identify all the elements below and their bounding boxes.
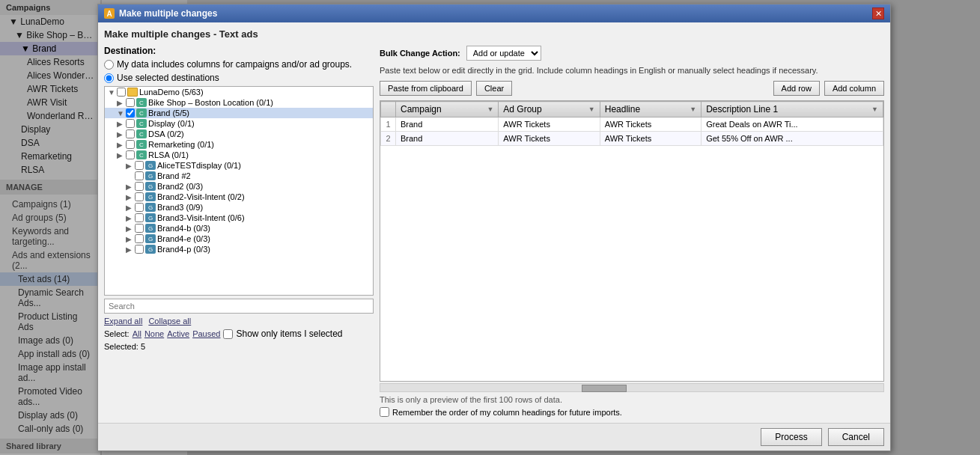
show-only-checkbox[interactable] bbox=[223, 329, 233, 339]
tree-display[interactable]: ▶ C Display (0/1) bbox=[105, 118, 373, 129]
tree-check-rlsa[interactable] bbox=[126, 150, 135, 159]
process-button[interactable]: Process bbox=[761, 428, 821, 446]
tree-adgroup-icon-alicetest: G bbox=[145, 161, 156, 170]
tree-brand4e[interactable]: ▶ G Brand4-e (0/3) bbox=[105, 233, 373, 244]
tree-campaign-icon-rlsa: C bbox=[136, 150, 147, 159]
tree-arrow-brand2-visit: ▶ bbox=[126, 193, 133, 201]
tree-check-brand2-03[interactable] bbox=[135, 182, 144, 191]
tree-rlsa[interactable]: ▶ C RLSA (0/1) bbox=[105, 150, 373, 160]
row-1-desc1[interactable]: Great Deals on AWR Ti... bbox=[701, 117, 883, 132]
tree-brand2[interactable]: G Brand #2 bbox=[105, 171, 373, 181]
tree-check-remarketing[interactable] bbox=[126, 140, 135, 149]
grid-col-adgroup[interactable]: Ad Group ▼ bbox=[499, 102, 600, 117]
add-column-button[interactable]: Add column bbox=[824, 81, 884, 96]
col-header-headline: Headline ▼ bbox=[605, 104, 696, 114]
add-row-button[interactable]: Add row bbox=[773, 81, 820, 96]
tree-arrow-dsa: ▶ bbox=[117, 130, 124, 138]
tree-label-brand: Brand (5/5) bbox=[148, 109, 189, 117]
tree-label-rlsa: RLSA (0/1) bbox=[148, 150, 189, 159]
tree-check-brand2-visit[interactable] bbox=[135, 192, 144, 201]
grid-col-headline[interactable]: Headline ▼ bbox=[600, 102, 701, 117]
dialog-overlay: A Make multiple changes ✕ Make multiple … bbox=[0, 0, 980, 455]
tree-dsa[interactable]: ▶ C DSA (0/2) bbox=[105, 129, 373, 139]
tree-brand3-visit[interactable]: ▶ G Brand3-Visit-Intent (0/6) bbox=[105, 213, 373, 223]
dialog-subtitle: Make multiple changes - Text ads bbox=[104, 28, 884, 40]
radio-row-2: Use selected destinations bbox=[104, 73, 374, 83]
tree-label-brand2hash: Brand #2 bbox=[157, 171, 191, 180]
row-1-adgroup[interactable]: AWR Tickets bbox=[499, 117, 600, 132]
cancel-button[interactable]: Cancel bbox=[828, 428, 884, 446]
tree-check-brand3[interactable] bbox=[135, 203, 144, 212]
clear-button[interactable]: Clear bbox=[476, 81, 512, 96]
tree-check-brand3-visit[interactable] bbox=[135, 213, 144, 222]
tree-brand4b[interactable]: ▶ G Brand4-b (0/3) bbox=[105, 223, 373, 233]
tree-check-brand4p[interactable] bbox=[135, 245, 144, 254]
tree-adgroup-icon-brand4b: G bbox=[145, 224, 156, 233]
collapse-all-button[interactable]: Collapse all bbox=[148, 317, 191, 326]
tree-brand3[interactable]: ▶ G Brand3 (0/9) bbox=[105, 202, 373, 213]
tree-check-brand4e[interactable] bbox=[135, 234, 144, 243]
horizontal-scrollbar[interactable] bbox=[380, 383, 884, 392]
bulk-action-label: Bulk Change Action: bbox=[380, 49, 460, 58]
tree-arrow-brand4b: ▶ bbox=[126, 225, 133, 233]
dialog-title-bar: A Make multiple changes ✕ bbox=[98, 4, 890, 22]
tree-check-lunademo[interactable] bbox=[117, 88, 126, 97]
tree-bikeshop[interactable]: ▶ C Bike Shop – Boston Location (0/1) bbox=[105, 97, 373, 108]
grid-col-campaign[interactable]: Campaign ▼ bbox=[396, 102, 499, 117]
tree-brand2-visit[interactable]: ▶ G Brand2-Visit-Intent (0/2) bbox=[105, 192, 373, 202]
col-dropdown-arrow-adgroup: ▼ bbox=[588, 106, 595, 113]
row-2-desc1[interactable]: Get 55% Off on AWR ... bbox=[701, 132, 883, 146]
tree-check-bikeshop[interactable] bbox=[126, 98, 135, 107]
tree-check-dsa[interactable] bbox=[126, 129, 135, 138]
tree-alicetest[interactable]: ▶ G AliceTESTdisplay (0/1) bbox=[105, 160, 373, 171]
bulk-action-select[interactable]: Add or update bbox=[466, 46, 541, 61]
row-2-headline[interactable]: AWR Tickets bbox=[600, 132, 701, 146]
select-all-link[interactable]: All bbox=[133, 329, 141, 338]
row-2-campaign[interactable]: Brand bbox=[396, 132, 499, 146]
scrollbar-thumb[interactable] bbox=[582, 385, 627, 392]
row-1-headline[interactable]: AWR Tickets bbox=[600, 117, 701, 132]
select-none-link[interactable]: None bbox=[144, 329, 164, 338]
tree-brand4p[interactable]: ▶ G Brand4-p (0/3) bbox=[105, 244, 373, 254]
dialog-close-button[interactable]: ✕ bbox=[872, 7, 884, 19]
tree-adgroup-icon-brand3visit: G bbox=[145, 213, 156, 222]
tree-check-brand[interactable] bbox=[126, 109, 135, 117]
row-2-adgroup[interactable]: AWR Tickets bbox=[499, 132, 600, 146]
show-only-label: Show only items I selected bbox=[236, 329, 342, 339]
tree-remarketing[interactable]: ▶ C Remarketing (0/1) bbox=[105, 139, 373, 150]
select-active-link[interactable]: Active bbox=[167, 329, 189, 338]
radio-selected[interactable] bbox=[104, 73, 114, 83]
tree-check-alicetest[interactable] bbox=[135, 161, 144, 170]
table-row: 2 Brand AWR Tickets AWR Tickets Get 55% … bbox=[381, 132, 883, 146]
tree-check-display[interactable] bbox=[126, 119, 135, 128]
tree-label-brand4e: Brand4-e (0/3) bbox=[157, 234, 210, 243]
expand-all-button[interactable]: Expand all bbox=[104, 317, 142, 326]
col-dropdown-arrow-campaign: ▼ bbox=[487, 106, 493, 113]
tree-campaign-icon-brand: C bbox=[136, 109, 147, 117]
tree-arrow-lunademo: ▼ bbox=[108, 88, 115, 97]
radio-columns[interactable] bbox=[104, 60, 114, 70]
dialog-title: Make multiple changes bbox=[119, 8, 217, 19]
row-1-campaign[interactable]: Brand bbox=[396, 117, 499, 132]
paste-from-clipboard-button[interactable]: Paste from clipboard bbox=[380, 81, 472, 96]
tree-check-brand2-hash[interactable] bbox=[135, 171, 144, 180]
col-header-campaign: Campaign ▼ bbox=[401, 104, 493, 114]
tree-label-brand3visit: Brand3-Visit-Intent (0/6) bbox=[157, 213, 245, 222]
tree-brand2-03[interactable]: ▶ G Brand2 (0/3) bbox=[105, 181, 373, 192]
tree-arrow-bikeshop: ▶ bbox=[117, 99, 124, 107]
grid-header-row: Campaign ▼ Ad Group ▼ bbox=[381, 102, 883, 117]
tree-lunademo[interactable]: ▼ LunaDemo (5/63) bbox=[105, 87, 373, 97]
tree-folder-icon-lunademo bbox=[127, 88, 138, 97]
tree-arrow-brand3: ▶ bbox=[126, 204, 133, 212]
remember-checkbox[interactable] bbox=[380, 407, 389, 417]
col-header-desc1: Description Line 1 ▼ bbox=[706, 104, 878, 114]
select-paused-link[interactable]: Paused bbox=[192, 329, 220, 338]
bulk-action-row: Bulk Change Action: Add or update bbox=[380, 46, 884, 61]
grid-col-desc1[interactable]: Description Line 1 ▼ bbox=[701, 102, 883, 117]
search-input[interactable] bbox=[104, 299, 374, 314]
row-num-1: 1 bbox=[381, 117, 396, 132]
tree-brand[interactable]: ▼ C Brand (5/5) bbox=[105, 108, 373, 118]
tree-label-brand4p: Brand4-p (0/3) bbox=[157, 245, 210, 254]
tree-check-brand4b[interactable] bbox=[135, 224, 144, 233]
tree-adgroup-icon-brand2hash: G bbox=[145, 171, 156, 180]
